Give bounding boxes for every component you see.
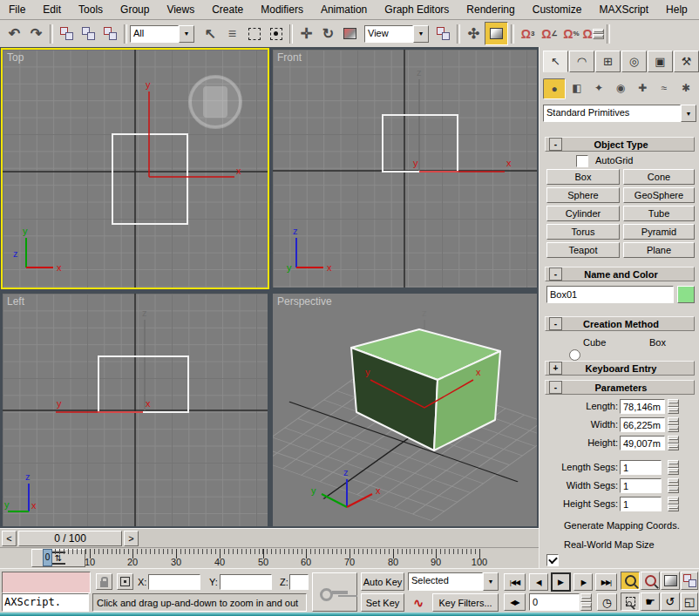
maxscript-mini-listener[interactable]: AXScript. <box>2 593 89 612</box>
object-button-pyramid[interactable]: Pyramid <box>623 224 695 240</box>
percent-snap-icon[interactable]: Ω% <box>560 23 582 44</box>
region-zoom-button[interactable] <box>621 592 640 611</box>
viewport-top[interactable]: Top y x y z x <box>3 50 268 288</box>
current-frame-field[interactable] <box>529 593 580 611</box>
time-configuration-button[interactable]: ◷ <box>597 593 617 611</box>
viewport-label[interactable]: Front <box>277 51 302 64</box>
set-keys-button[interactable] <box>312 572 357 612</box>
collapse-icon[interactable]: - <box>549 317 562 330</box>
key-mode-toggle[interactable]: ◀▶ <box>504 593 526 611</box>
keyboard-shortcut-override-icon[interactable] <box>485 22 508 45</box>
primitive-category-dropdown[interactable]: Standard Primitives ▼ <box>543 105 696 122</box>
zoom-button[interactable] <box>621 572 640 590</box>
object-button-cylinder[interactable]: Cylinder <box>546 206 620 221</box>
object-button-torus[interactable]: Torus <box>546 224 620 240</box>
rectangular-selection-region-icon[interactable] <box>243 23 265 44</box>
tab-utilities-icon[interactable]: ⚒ <box>674 51 699 72</box>
menu-animation[interactable]: Animation <box>312 1 376 19</box>
tab-display-icon[interactable]: ▣ <box>648 51 673 72</box>
width-segs-spinner[interactable] <box>668 478 679 493</box>
box-mesh[interactable] <box>351 329 500 450</box>
reference-coordinate-dropdown[interactable]: View ▼ <box>364 25 429 43</box>
height-segs-field[interactable] <box>620 497 662 511</box>
dropdown-arrow-icon[interactable]: ▼ <box>179 25 194 43</box>
menu-maxscript[interactable]: MAXScript <box>590 1 657 19</box>
menu-edit[interactable]: Edit <box>34 1 70 19</box>
tab-motion-icon[interactable]: ◎ <box>621 51 647 72</box>
generate-mapping-coords-checkbox[interactable] <box>546 554 559 566</box>
length-field[interactable] <box>620 399 665 414</box>
select-move-icon[interactable]: ✛ <box>295 23 317 44</box>
min-max-toggle-button[interactable]: ◱ <box>681 592 698 611</box>
rollout-name-and-color[interactable]: - Name and Color <box>545 267 695 281</box>
object-button-teapot[interactable]: Teapot <box>546 242 620 258</box>
time-slider-prev-arrow[interactable]: < <box>2 531 17 546</box>
arc-rotate-button[interactable]: ↺ <box>661 592 680 611</box>
rollout-parameters[interactable]: - Parameters <box>545 380 695 395</box>
select-by-name-icon[interactable]: ≡ <box>221 23 243 44</box>
menu-graph-editors[interactable]: Graph Editors <box>376 1 458 19</box>
rollout-object-type[interactable]: - Object Type <box>545 137 695 152</box>
height-field[interactable] <box>620 436 665 450</box>
category-lights-icon[interactable]: ✦ <box>588 78 609 98</box>
category-systems-icon[interactable]: ✱ <box>675 78 696 98</box>
menu-tools[interactable]: Tools <box>70 1 112 19</box>
unlink-icon[interactable] <box>78 23 99 44</box>
window-crossing-selection-icon[interactable] <box>265 23 287 44</box>
auto-key-button[interactable]: Auto Key <box>361 572 404 591</box>
previous-frame-button[interactable]: ◀| <box>529 573 548 591</box>
category-cameras-icon[interactable]: ◉ <box>610 78 631 98</box>
expand-icon[interactable]: + <box>549 362 562 375</box>
collapse-icon[interactable]: - <box>549 381 562 394</box>
menu-modifiers[interactable]: Modifiers <box>252 1 312 19</box>
bind-spacewarp-icon[interactable] <box>99 23 121 44</box>
set-key-button[interactable]: Set Key <box>361 593 404 612</box>
object-button-sphere[interactable]: Sphere <box>546 187 620 203</box>
selection-set-dropdown[interactable]: Selected ▼ <box>408 572 499 591</box>
rollout-keyboard-entry[interactable]: + Keyboard Entry <box>545 361 695 376</box>
width-segs-field[interactable] <box>620 478 662 493</box>
length-spinner[interactable] <box>668 399 679 414</box>
selection-lock-toggle[interactable] <box>96 573 112 590</box>
z-coord-field[interactable] <box>289 574 309 590</box>
next-frame-button[interactable]: |▶ <box>573 573 593 591</box>
maxscript-macro-recorder-pane[interactable] <box>2 572 91 593</box>
select-object-icon[interactable]: ↖ <box>200 23 221 44</box>
zoom-all-button[interactable] <box>641 572 660 590</box>
x-coord-field[interactable] <box>148 574 200 590</box>
dropdown-arrow-icon[interactable]: ▼ <box>483 572 499 591</box>
use-pivot-center-icon[interactable] <box>432 23 454 44</box>
collapse-icon[interactable]: - <box>549 138 562 151</box>
time-position-marker[interactable]: 0 <box>43 549 52 566</box>
rollout-creation-method[interactable]: - Creation Method <box>545 316 695 331</box>
menu-create[interactable]: Create <box>203 1 252 19</box>
spinner-snap-icon[interactable]: Ω <box>582 23 604 44</box>
category-spacewarps-icon[interactable]: ≈ <box>654 78 675 98</box>
object-button-geosphere[interactable]: GeoSphere <box>623 187 695 203</box>
viewport-front[interactable]: Front z y x z y x <box>273 50 537 288</box>
category-helpers-icon[interactable]: ✚ <box>632 78 653 98</box>
go-to-start-button[interactable]: |◀◀ <box>504 573 526 591</box>
object-button-box[interactable]: Box <box>546 169 620 185</box>
angle-snap-icon[interactable]: Ω∠ <box>539 23 560 44</box>
viewport-left[interactable]: Left z y x z y x <box>3 294 268 526</box>
undo-icon[interactable]: ↶ <box>3 23 25 44</box>
absolute-mode-toggle[interactable] <box>117 573 133 590</box>
go-to-end-button[interactable]: ▶▶| <box>595 573 617 591</box>
dropdown-arrow-icon[interactable]: ▼ <box>413 25 429 43</box>
dropdown-arrow-icon[interactable]: ▼ <box>681 105 696 122</box>
menu-help[interactable]: Help <box>657 1 696 19</box>
snaps-toggle-3d-icon[interactable]: Ω3 <box>517 23 539 44</box>
viewport-label[interactable]: Perspective <box>277 295 332 308</box>
menu-rendering[interactable]: Rendering <box>458 1 523 19</box>
zoom-extents-button[interactable] <box>661 572 680 590</box>
height-spinner[interactable] <box>668 436 679 450</box>
default-in-out-tangents-icon[interactable]: ∿ <box>408 593 429 612</box>
select-link-icon[interactable] <box>56 23 78 44</box>
select-scale-icon[interactable] <box>339 23 361 44</box>
play-button[interactable]: ▶ <box>551 572 571 592</box>
object-color-swatch[interactable] <box>677 286 695 303</box>
collapse-icon[interactable]: - <box>549 267 562 281</box>
zoom-extents-all-button[interactable] <box>681 572 698 590</box>
object-name-field[interactable] <box>546 286 674 303</box>
